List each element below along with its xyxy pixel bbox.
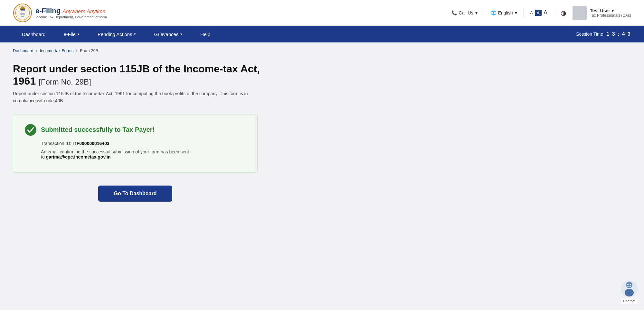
chatbot-avatar: [621, 280, 638, 297]
site-header: भारत सत्यमेव जयते e-Filing Anywhere Anyt…: [0, 0, 644, 26]
session-label: Session Time: [576, 32, 603, 37]
divider3: [554, 8, 554, 18]
svg-point-6: [21, 6, 24, 8]
svg-point-9: [625, 289, 634, 296]
svg-point-7: [25, 124, 36, 136]
success-checkmark-icon: [25, 124, 36, 136]
logo-text: e-Filing Anywhere Anytime Income Tax Dep…: [35, 7, 107, 19]
user-area: Test User ▾ Tax Professionals (CAs): [573, 6, 631, 20]
chatbot-figure-icon: [623, 281, 636, 296]
session-digits: 1 3 : 4 3: [606, 31, 631, 37]
logo-brand: e-Filing Anywhere Anytime: [35, 7, 107, 15]
call-us-label: Call Us: [459, 10, 473, 15]
language-label: English: [498, 10, 513, 15]
svg-point-8: [626, 282, 632, 288]
chatbot-widget[interactable]: Chatbot: [621, 280, 638, 304]
svg-point-11: [630, 284, 631, 285]
user-name: Test User ▾: [590, 8, 631, 13]
nav-items: Dashboard e-File ▾ Pending Actions ▾ Gri…: [13, 26, 576, 42]
grievances-chevron: ▾: [180, 32, 182, 36]
breadcrumb-sep1: ›: [36, 49, 37, 53]
main-content: Report under section 115JB of the Income…: [0, 56, 644, 221]
font-large-button[interactable]: A: [544, 9, 547, 16]
session-time: Session Time 1 3 : 4 3: [576, 31, 631, 37]
globe-icon: 🌐: [491, 10, 496, 15]
efile-chevron: ▾: [78, 32, 80, 36]
transaction-id: ITF000000016403: [72, 141, 109, 146]
font-small-button[interactable]: A: [530, 11, 533, 15]
emblem-icon: भारत सत्यमेव जयते: [13, 3, 32, 23]
font-medium-button[interactable]: A: [535, 10, 542, 16]
divider2: [524, 8, 524, 18]
transaction-line: Transaction ID: ITF000000016403: [25, 141, 246, 146]
page-description: Report under section 115JB of the Income…: [13, 90, 258, 105]
breadcrumb-sep2: ›: [76, 49, 77, 53]
divider: [484, 8, 484, 18]
form-number: [Form No. 29B]: [39, 78, 91, 86]
success-header: Submitted successfully to Tax Payer!: [25, 124, 246, 136]
phone-icon: 📞: [451, 10, 457, 15]
nav-efile[interactable]: e-File ▾: [54, 26, 89, 42]
logo-tagline: Anywhere Anytime: [62, 9, 105, 14]
go-to-dashboard-button[interactable]: Go To Dashboard: [98, 186, 172, 202]
breadcrumb-dashboard[interactable]: Dashboard: [13, 48, 33, 53]
logo-department: Income Tax Department, Government of Ind…: [35, 15, 107, 19]
user-info: Test User ▾ Tax Professionals (CAs): [590, 8, 631, 18]
email-address: garima@cpc.incometax.gov.in: [46, 154, 111, 160]
breadcrumb-current: Form 29B: [80, 48, 98, 53]
language-chevron: ▾: [515, 10, 517, 15]
success-box: Submitted successfully to Tax Payer! Tra…: [13, 114, 258, 173]
svg-text:भारत: भारत: [20, 9, 25, 12]
navbar: Dashboard e-File ▾ Pending Actions ▾ Gri…: [0, 26, 644, 42]
success-title: Submitted successfully to Tax Payer!: [41, 126, 155, 133]
nav-grievances[interactable]: Grievances ▾: [145, 26, 191, 42]
logo-area: भारत सत्यमेव जयते e-Filing Anywhere Anyt…: [13, 3, 107, 23]
pending-chevron: ▾: [134, 32, 136, 36]
nav-pending-actions[interactable]: Pending Actions ▾: [89, 26, 145, 42]
breadcrumb: Dashboard › Income-tax Forms › Form 29B: [0, 42, 644, 56]
svg-point-10: [627, 284, 629, 285]
language-button[interactable]: 🌐 English ▾: [491, 10, 517, 15]
chatbot-label: Chatbot: [621, 298, 638, 304]
button-container: Go To Dashboard: [13, 186, 258, 202]
header-right: 📞 Call Us ▾ 🌐 English ▾ A A A ◑ Test Use…: [451, 6, 631, 20]
call-us-button[interactable]: 📞 Call Us ▾: [451, 10, 478, 15]
nav-dashboard[interactable]: Dashboard: [13, 26, 54, 42]
call-us-chevron: ▾: [475, 10, 478, 15]
font-controls: A A A: [530, 9, 547, 16]
user-chevron: ▾: [611, 8, 614, 13]
email-line: An email confirming the successful submi…: [25, 149, 246, 160]
avatar: [573, 6, 587, 20]
svg-text:जयते: जयते: [21, 15, 24, 18]
nav-help[interactable]: Help: [191, 26, 219, 42]
user-role: Tax Professionals (CAs): [590, 13, 631, 18]
svg-text:सत्यमेव: सत्यमेव: [20, 13, 25, 15]
page-title: Report under section 115JB of the Income…: [13, 63, 631, 87]
breadcrumb-income-tax-forms[interactable]: Income-tax Forms: [40, 48, 74, 53]
contrast-button[interactable]: ◑: [561, 9, 566, 17]
